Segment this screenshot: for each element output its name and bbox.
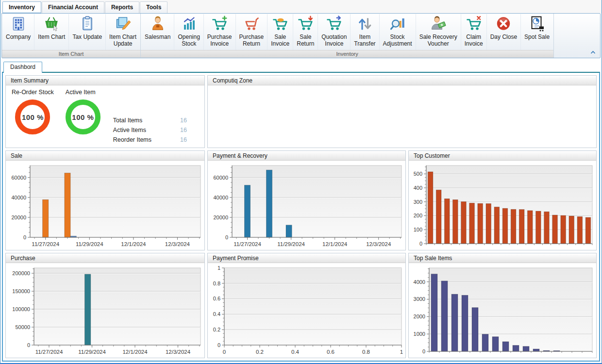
tab-dashbord[interactable]: Dashbord bbox=[3, 62, 42, 73]
svg-text:11/27/2024: 11/27/2024 bbox=[35, 349, 63, 355]
menu-tab-financial-account[interactable]: Financial Account bbox=[42, 1, 104, 13]
purchase-return-button[interactable]: Purchase Return bbox=[236, 14, 268, 50]
sale-invoice-button[interactable]: Sale Invoice bbox=[268, 14, 293, 50]
stock-chart-icon bbox=[181, 16, 197, 33]
panel-payment-promise: Payment Promise 00.20.40.60.8100.20.40.6… bbox=[207, 253, 406, 358]
menu-tab-tools[interactable]: Tools bbox=[140, 1, 167, 13]
tax-update-button[interactable]: Tax Update bbox=[69, 14, 106, 50]
gauge-label: Active Item bbox=[66, 89, 96, 96]
ribbon-collapse-button[interactable] bbox=[590, 48, 596, 56]
recovery-voucher-icon bbox=[430, 16, 447, 33]
svg-text:200: 200 bbox=[414, 213, 422, 218]
ribbon-button-label: Claim Invoice bbox=[465, 33, 483, 47]
gauge-label: Re-Order Stock bbox=[12, 89, 54, 96]
spot-sale-icon bbox=[529, 16, 545, 33]
basket-icon bbox=[43, 16, 60, 33]
svg-text:40000: 40000 bbox=[11, 195, 26, 200]
stat-value: 16 bbox=[180, 136, 187, 143]
stock-adjustment-button[interactable]: Stock Adjustment bbox=[380, 14, 416, 50]
day-close-button[interactable]: Day Close bbox=[487, 14, 521, 50]
purchase-chart: 05000010000015000020000011/27/202411/29/… bbox=[6, 263, 204, 358]
menu-tab-inventory[interactable]: Inventory bbox=[2, 1, 41, 13]
ribbon-button-label: Item Chart Update bbox=[109, 33, 136, 47]
top-customer-chart: 0100200300400500 bbox=[409, 161, 596, 250]
company-icon bbox=[10, 16, 27, 33]
item-chart-button[interactable]: Item Chart bbox=[34, 14, 69, 50]
svg-text:12/3/2024: 12/3/2024 bbox=[366, 241, 391, 247]
svg-text:0: 0 bbox=[422, 348, 425, 354]
ribbon-group-inventory: SalesmanOpening StockPurchase InvoicePur… bbox=[141, 14, 554, 58]
clipboard-icon bbox=[79, 16, 96, 33]
cart-arrow-icon bbox=[326, 16, 342, 33]
svg-text:0: 0 bbox=[27, 342, 30, 348]
salesman-icon bbox=[150, 16, 166, 33]
menu-tab-reports[interactable]: Reports bbox=[105, 1, 139, 13]
panel-computiq-zone: Computiq Zone bbox=[207, 75, 597, 148]
panel-title: Computiq Zone bbox=[213, 77, 252, 84]
claim-invoice-button[interactable]: Claim Invoice bbox=[461, 14, 487, 50]
svg-text:12/1/2024: 12/1/2024 bbox=[122, 349, 148, 355]
stat-label: Total Items bbox=[113, 117, 142, 124]
quotation-invoice-button[interactable]: Quotation Invoice bbox=[318, 14, 351, 50]
stat-row-active-items: Active Items16 bbox=[113, 127, 187, 133]
opening-stock-button[interactable]: Opening Stock bbox=[174, 14, 203, 50]
ribbon-button-label: Day Close bbox=[490, 33, 517, 40]
purchase-invoice-button[interactable]: Purchase Invoice bbox=[204, 14, 236, 50]
ribbon-button-label: Stock Adjustment bbox=[383, 33, 412, 47]
cart-sale-icon bbox=[272, 16, 288, 33]
stat-row-total-items: Total Items16 bbox=[113, 117, 187, 124]
panel-top-sale-items: Top Sale Items 01000200030004000 bbox=[408, 253, 597, 358]
svg-text:11/29/2024: 11/29/2024 bbox=[78, 349, 106, 355]
svg-text:0.2: 0.2 bbox=[256, 349, 264, 355]
ribbon-group-item-chart: CompanyItem ChartTax UpdateItem Chart Up… bbox=[2, 14, 141, 58]
company-button[interactable]: Company bbox=[2, 14, 34, 50]
ribbon: CompanyItem ChartTax UpdateItem Chart Up… bbox=[1, 13, 601, 58]
payment-recovery-chart: 020000400006000011/27/202411/29/202412/1… bbox=[208, 161, 405, 250]
dashboard-container: Item Summary Re-Order Stock100 %Active I… bbox=[2, 72, 600, 362]
svg-text:0.2: 0.2 bbox=[213, 327, 220, 332]
svg-text:0.4: 0.4 bbox=[291, 349, 300, 355]
ribbon-group-caption: Item Chart bbox=[2, 50, 140, 58]
chevron-up-icon bbox=[590, 48, 596, 56]
item-transfer-button[interactable]: Item Transfer bbox=[351, 14, 379, 50]
svg-text:0: 0 bbox=[217, 342, 220, 348]
svg-text:60000: 60000 bbox=[213, 175, 228, 181]
active-item-gauge: Active Item100 % bbox=[66, 89, 100, 145]
sale-chart: 020000400006000011/27/202411/29/202412/1… bbox=[6, 161, 204, 250]
cart-x-icon bbox=[466, 16, 482, 33]
ribbon-group-caption: Inventory bbox=[141, 50, 553, 58]
ribbon-button-label: Salesman bbox=[145, 33, 170, 40]
svg-text:300: 300 bbox=[414, 199, 422, 205]
salesman-button[interactable]: Salesman bbox=[141, 14, 174, 50]
svg-text:100000: 100000 bbox=[12, 306, 30, 312]
svg-text:11/27/2024: 11/27/2024 bbox=[32, 241, 59, 247]
page-tabbar: Dashbord bbox=[3, 61, 602, 72]
svg-text:0.4: 0.4 bbox=[213, 311, 220, 317]
sale-recovery-voucher-button[interactable]: Sale Recovery Voucher bbox=[416, 14, 461, 50]
svg-text:0.6: 0.6 bbox=[327, 349, 334, 355]
ribbon-button-label: Sale Return bbox=[297, 33, 314, 47]
cart-plus-icon bbox=[211, 16, 228, 33]
notes-pencil-icon bbox=[115, 16, 131, 33]
day-close-icon bbox=[495, 16, 512, 33]
ribbon-button-label: Sale Recovery Voucher bbox=[419, 33, 457, 47]
spot-sale-button[interactable]: Spot Sale bbox=[521, 14, 553, 50]
svg-text:12/3/2024: 12/3/2024 bbox=[165, 241, 190, 247]
transfer-arrows-icon bbox=[356, 16, 373, 33]
panel-sale: Sale 020000400006000011/27/202411/29/202… bbox=[5, 150, 205, 250]
svg-text:2000: 2000 bbox=[414, 314, 425, 319]
svg-text:0.8: 0.8 bbox=[213, 281, 220, 286]
panel-title: Item Summary bbox=[11, 77, 49, 84]
panel-purchase: Purchase 05000010000015000020000011/27/2… bbox=[5, 253, 205, 358]
computiq-zone-body bbox=[208, 85, 596, 148]
svg-text:11/27/2024: 11/27/2024 bbox=[234, 241, 261, 247]
svg-text:1: 1 bbox=[400, 349, 403, 355]
stat-label: Reorder Items bbox=[113, 136, 151, 143]
gauge-value: 100 % bbox=[72, 113, 94, 121]
svg-text:50000: 50000 bbox=[15, 324, 30, 330]
svg-text:200000: 200000 bbox=[12, 270, 30, 276]
item-chart-update-button[interactable]: Item Chart Update bbox=[106, 14, 140, 50]
top-sale-items-chart: 01000200030004000 bbox=[409, 263, 596, 358]
svg-text:100: 100 bbox=[414, 227, 422, 232]
sale-return-button[interactable]: Sale Return bbox=[293, 14, 318, 50]
